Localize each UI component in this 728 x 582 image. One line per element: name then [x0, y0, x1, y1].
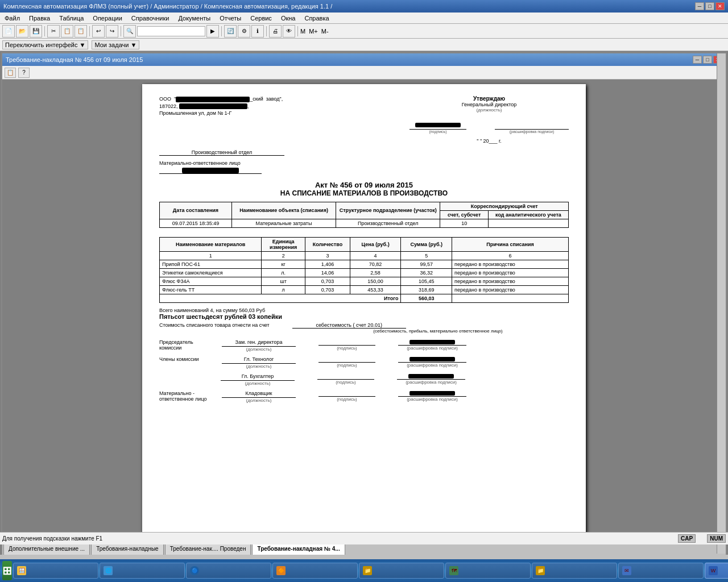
menu-file[interactable]: Файл	[2, 14, 22, 22]
approve-sigs: (подпись) (расшифровка подписи)	[410, 120, 569, 134]
tb-info[interactable]: ℹ	[251, 25, 264, 38]
chairman-decode-line	[398, 339, 466, 346]
start-button[interactable]: ⊞	[2, 561, 12, 580]
tb-cut[interactable]: ✂	[47, 25, 60, 38]
signatures-section: Председатель комиссии Зам. ген. директор…	[159, 339, 569, 403]
doc-page: ООО "_ский завод", 187022, , Промышленна…	[142, 84, 586, 541]
chairman-role-line: Зам. ген. директора	[222, 339, 296, 347]
approve-date: " " 20___ г.	[410, 138, 569, 144]
colnum-5: 5	[401, 251, 452, 260]
org-name: ООО "_ский завод",	[159, 95, 330, 103]
app2-icon: 🌐	[104, 566, 113, 575]
taskbar-app-7[interactable]: 📁	[532, 563, 617, 579]
search-input[interactable]	[137, 26, 205, 36]
members-label-text: Члены комиссии	[159, 356, 216, 362]
tb-new[interactable]: 📄	[2, 25, 15, 38]
toolbar2: Переключить интерфейс ▼ Мои задачи ▼	[0, 39, 728, 51]
th-dept: Структурное подразделение (участок)	[336, 202, 440, 219]
member2-decode-caption: (расшифровка подписи)	[397, 380, 465, 385]
approve-block: Утверждаю Генеральный директор (должност…	[410, 95, 569, 144]
menu-service[interactable]: Сервис	[248, 14, 274, 22]
approve-role: Генеральный директор	[410, 102, 569, 107]
menu-windows[interactable]: Окна	[279, 14, 298, 22]
responsible-label: Материально - ответственное лицо	[159, 390, 216, 402]
taskbar-app-8[interactable]: ✉	[618, 563, 704, 579]
tb-search[interactable]: 🔍	[123, 25, 136, 38]
menu-help[interactable]: Справка	[302, 14, 331, 22]
tb-save[interactable]: 💾	[30, 25, 42, 38]
minimize-button[interactable]: ─	[695, 2, 704, 10]
colnum-4: 4	[350, 251, 401, 260]
mat-price-2: 150,00	[350, 277, 401, 285]
chairman-sig-line	[318, 339, 375, 346]
menu-docs[interactable]: Документы	[176, 14, 213, 22]
member1-sig-caption: (подпись)	[318, 363, 375, 368]
menu-edit[interactable]: Правка	[27, 14, 52, 22]
main-toolbar: 📄 📂 💾 ✂ 📋 📋 ↩ ↪ 🔍 ▶ 🔄 ⚙ ℹ 🖨 👁 M M+ M-	[0, 24, 728, 39]
member2-role-caption: (должность)	[221, 381, 295, 386]
menu-refs[interactable]: Справочники	[129, 14, 172, 22]
member1-decode-caption: (расшифровка подписи)	[398, 363, 466, 368]
menu-operations[interactable]: Операции	[90, 14, 124, 22]
approve-sig-block: (подпись)	[410, 120, 466, 134]
responsible-row: Материально - ответственное лицо Кладовщ…	[159, 390, 569, 403]
tb-open[interactable]: 📂	[16, 25, 28, 38]
taskbar-app-3[interactable]: 🔵	[186, 563, 271, 579]
th-sum: Сумма (руб.)	[401, 237, 452, 251]
doc-tb-help[interactable]: ?	[18, 68, 30, 78]
member1-sig-line	[318, 356, 375, 363]
tb-mplus: M+	[309, 28, 318, 35]
taskbar-app-4[interactable]: 🔶	[272, 563, 358, 579]
doc-tb-clipboard[interactable]: 📋	[5, 68, 16, 78]
doc-content-area[interactable]: ООО "_ский завод", 187022, , Промышленна…	[2, 80, 726, 541]
mat-reason-1: передано в производство	[452, 268, 569, 277]
tb-redo[interactable]: ↪	[106, 25, 118, 38]
tb-sep5	[266, 26, 267, 36]
menu-table[interactable]: Таблица	[57, 14, 86, 22]
tb-filter[interactable]: ⚙	[238, 25, 250, 38]
account-text: себестоимость ( счет 20.01)	[292, 322, 406, 329]
members-label: Члены комиссии	[159, 356, 216, 362]
material-row-0: Припой ПОС-61 кг 1,406 70,82 99,57 перед…	[160, 260, 569, 268]
app3-icon: 🔵	[190, 566, 199, 575]
taskbar-app-1[interactable]: 🪟	[13, 563, 98, 579]
doc-minimize[interactable]: ─	[693, 56, 702, 64]
dept-label-row: Производственный отдел	[159, 149, 569, 156]
mat-unit-3: л	[262, 285, 305, 294]
tb-find[interactable]: ▶	[206, 25, 219, 38]
close-button[interactable]: ✕	[715, 2, 725, 10]
mat-reason-2: передано в производство	[452, 277, 569, 285]
doc-title: Требование-накладная № 456 от 09 июля 20…	[6, 56, 143, 63]
tb-preview[interactable]: 👁	[283, 25, 295, 38]
doc-restore[interactable]: □	[703, 56, 712, 64]
my-tasks-button[interactable]: Мои задачи ▼	[92, 40, 139, 49]
th-analytic: код аналитического учета	[488, 210, 568, 219]
th-unit: Единица измерения	[262, 237, 305, 251]
approve-decode-label: (расшифровка подписи)	[495, 130, 569, 134]
tb-print[interactable]: 🖨	[269, 25, 282, 38]
document-window: Требование-накладная № 456 от 09 июля 20…	[1, 52, 727, 555]
menu-reports[interactable]: Отчеты	[217, 14, 243, 22]
dept-block: Производственный отдел Материально-ответ…	[159, 149, 569, 174]
taskbar-app-2[interactable]: 🌐	[100, 563, 185, 579]
member2-sig-block: (подпись)	[317, 373, 374, 385]
maximize-button[interactable]: □	[705, 2, 714, 10]
tb-m: M	[300, 28, 305, 35]
tb-copy[interactable]: 📋	[61, 25, 73, 38]
tb-refresh[interactable]: 🔄	[224, 25, 237, 38]
vertical-scrollbar[interactable]	[717, 53, 726, 554]
taskbar-app-5[interactable]: 📁	[359, 563, 444, 579]
mat-unit-1: л.	[262, 268, 305, 277]
num-badge: NUM	[707, 534, 726, 543]
taskbar-app-6[interactable]: 🗺	[445, 563, 531, 579]
responsible-decode-line	[398, 390, 466, 397]
switch-interface-button[interactable]: Переключить интерфейс ▼	[2, 40, 88, 49]
cap-badge: CAP	[678, 534, 696, 543]
app1-icon: 🪟	[17, 566, 26, 575]
tb-undo[interactable]: ↩	[92, 25, 105, 38]
taskbar-app-word[interactable]: W	[705, 563, 728, 579]
mat-resp-row: Материально-ответственное лицо	[159, 160, 569, 166]
tb-paste[interactable]: 📋	[75, 25, 87, 38]
app-title: Комплексная автоматизация ФЛМЗ (полный у…	[3, 3, 332, 10]
chairman-label-text: Председатель комиссии	[159, 339, 216, 351]
